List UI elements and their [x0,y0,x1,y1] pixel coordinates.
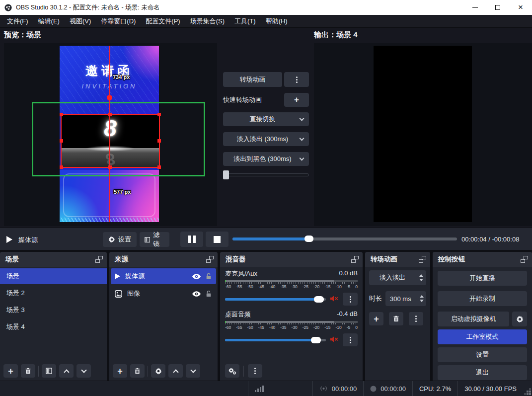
add-source-button[interactable]: + [113,364,127,378]
scene-item[interactable]: 场景 3 [0,302,107,318]
volume-slider-handle[interactable] [314,296,324,303]
play-icon[interactable] [6,236,12,243]
volume-slider-handle[interactable] [311,337,321,343]
advanced-audio-button[interactable] [225,364,239,378]
resize-handle-top-center[interactable] [108,113,112,116]
resize-handle-bottom-right[interactable] [157,165,161,169]
move-scene-down-button[interactable] [76,364,91,378]
volume-slider[interactable] [225,339,326,341]
mixer-channel-mic: 麦克风/Aux 0.0 dB -60-55-50-45-40-35-30-25-… [225,269,358,306]
add-scene-button[interactable]: + [3,364,18,378]
source-properties-button[interactable] [151,364,165,378]
channel-menu-button[interactable] [343,293,358,306]
pause-button[interactable] [180,232,203,247]
quick-transition-cut[interactable]: 直接切换 [223,112,309,126]
popout-icon[interactable] [351,256,359,263]
transition-button[interactable]: 转场动画 [223,72,282,87]
spin-down-icon[interactable] [420,300,424,302]
resize-handle-mid-right[interactable] [157,139,161,143]
source-item[interactable]: 媒体源 [111,268,216,284]
settings-button[interactable]: 设置 [438,347,527,362]
mixer-dock-header[interactable]: 混音器 [220,252,363,267]
media-seekbar[interactable] [232,238,457,240]
popout-icon[interactable] [419,256,426,263]
menu-file[interactable]: 文件(F) [2,15,33,27]
combo-spinner[interactable] [416,270,426,285]
mute-speaker-icon[interactable] [330,335,338,344]
gear-icon [516,316,524,323]
close-button[interactable]: × [509,0,532,15]
channel-menu-button[interactable] [343,333,358,346]
start-virtual-camera-button[interactable]: 启动虚拟摄像机 [438,312,509,326]
add-transition-button[interactable]: + [369,312,383,325]
minimize-button[interactable] [463,0,486,15]
rotation-handle[interactable] [107,95,112,100]
menu-tools[interactable]: 工具(T) [229,15,261,27]
transition-select[interactable]: 淡入淡出 [369,270,426,285]
exit-button[interactable]: 退出 [438,365,527,380]
add-quick-transition-button[interactable]: + [284,93,309,107]
menu-help[interactable]: 帮助(H) [261,15,293,27]
transition-props-button[interactable] [409,312,423,325]
move-scene-up-button[interactable] [59,364,74,378]
resize-handle-bottom-center[interactable] [108,165,112,169]
volume-slider[interactable] [225,298,326,301]
popout-icon[interactable] [206,256,214,263]
menu-scene-collection[interactable]: 场景集合(S) [185,15,229,27]
resize-grip[interactable] [529,393,531,395]
trash-icon [25,368,31,374]
maximize-button[interactable] [486,0,509,15]
remove-source-button[interactable] [130,364,145,378]
remove-scene-button[interactable] [21,364,35,378]
menu-profile[interactable]: 配置文件(P) [141,15,185,27]
quick-transition-fade-to-black[interactable]: 淡出到黑色 (300ms) [223,152,309,166]
resize-handle-mid-left[interactable] [60,139,63,143]
seekbar-handle[interactable] [304,236,313,242]
stop-button[interactable] [206,232,228,247]
scene-item[interactable]: 场景 4 [0,319,107,335]
db-tick-label: -25 [303,325,308,330]
visibility-eye-icon[interactable] [192,291,201,297]
resize-handle-top-left[interactable] [60,113,63,116]
resize-handle-bottom-left[interactable] [60,165,63,169]
selection-rect[interactable] [61,114,160,168]
start-streaming-button[interactable]: 开始直播 [438,271,527,286]
transition-menu-button[interactable] [284,72,309,87]
menu-edit[interactable]: 编辑(E) [33,15,65,27]
media-settings-button[interactable]: 设置 [103,232,137,247]
resize-handle-top-right[interactable] [157,113,161,116]
tbar-handle[interactable] [223,170,229,179]
spin-up-icon[interactable] [420,295,424,298]
menu-docks[interactable]: 停靠窗口(D) [96,15,141,27]
scene-item[interactable]: 场景 2 [0,285,107,301]
mute-speaker-icon[interactable] [330,295,338,304]
mixer-menu-button[interactable] [248,364,262,378]
media-filters-button[interactable]: 滤镜 [140,232,169,247]
duration-spinbox[interactable]: 300 ms [385,291,426,306]
start-recording-button[interactable]: 开始录制 [438,291,527,306]
menu-view[interactable]: 视图(V) [65,15,96,27]
remove-transition-button[interactable] [389,312,403,325]
preview-canvas[interactable]: 邀请函 INVITATION 8 8 [4,43,217,226]
lock-icon[interactable] [206,273,212,280]
transitions-dock-header[interactable]: 转场动画 [365,252,430,267]
lock-icon[interactable] [206,291,212,297]
virtual-camera-config-button[interactable] [512,312,527,326]
output-video-frame [374,46,472,222]
source-item[interactable]: 图像 [111,286,216,302]
move-source-down-button[interactable] [186,364,200,378]
transitions-dock: 转场动画 淡入淡出 时长 300 ms + [365,252,430,381]
scene-filters-button[interactable] [42,364,56,378]
scene-item[interactable]: 场景 [0,268,107,284]
scenes-dock-header[interactable]: 场景 [0,252,107,267]
quick-transition-fade[interactable]: 淡入淡出 (300ms) [223,132,309,146]
tbar-slider[interactable] [223,170,309,179]
popout-icon[interactable] [95,256,103,263]
studio-mode-button[interactable]: 工作室模式 [438,329,527,344]
popout-icon[interactable] [521,256,528,263]
move-source-up-button[interactable] [168,364,183,378]
controls-dock-header[interactable]: 控制按钮 [433,252,532,267]
visibility-eye-icon[interactable] [192,274,201,279]
sources-dock-title: 来源 [115,255,206,264]
sources-dock-header[interactable]: 来源 [109,252,218,267]
